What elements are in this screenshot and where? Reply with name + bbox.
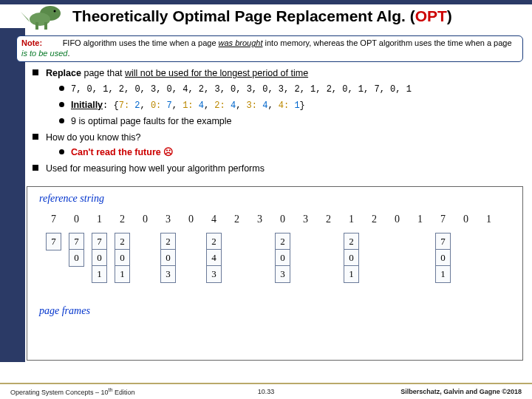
bullet-optimal: 9 is optimal page faults for the example: [59, 115, 520, 129]
frame-cell: 1: [436, 266, 450, 282]
frame-slot: 701: [432, 233, 454, 283]
ref-cell: 2: [363, 214, 386, 225]
frame-stack: 201: [115, 233, 130, 283]
bullet-refstring: 7, 0, 1, 2, 0, 3, 0, 4, 2, 3, 0, 3, 0, 3…: [59, 82, 520, 96]
footer-left-a: Operating System Concepts – 10: [10, 389, 109, 396]
frame-cell: 0: [161, 250, 175, 266]
frame-stack: 243: [206, 233, 222, 283]
footer-copy: ©: [502, 388, 507, 395]
initially-colon: :: [103, 100, 113, 111]
bullet-how-text: How do you know this?: [46, 132, 141, 143]
note-em-2: is to be used: [21, 49, 67, 58]
frame-slot: [294, 233, 317, 283]
frame-cell: 3: [207, 266, 221, 282]
initially-map: {7: 2, 0: 7, 1: 4, 2: 4, 3: 4, 4: 1}: [113, 100, 304, 111]
left-bar: [0, 28, 25, 362]
title-highlight: OPT: [415, 7, 447, 24]
page-frames-label: page frames: [39, 305, 90, 317]
frame-slot: 70: [65, 233, 88, 283]
ref-cell: 2: [225, 214, 248, 225]
frame-slot: [363, 233, 386, 283]
footer: Operating System Concepts – 10th Edition…: [0, 383, 532, 399]
ref-cell: 0: [180, 214, 202, 225]
refstring-inline: 7, 0, 1, 2, 0, 3, 0, 4, 2, 3, 0, 3, 0, 3…: [71, 84, 412, 95]
bullet-replace-underline: will not be used for the longest period …: [125, 68, 308, 78]
note-text-1: FIFO algorithm uses the time when a page: [63, 38, 219, 47]
ref-cell: 0: [271, 214, 294, 225]
initially-label: Initially: [71, 100, 103, 110]
bullet-replace: Replace page that will not be used for t…: [33, 66, 520, 129]
frame-slot: [134, 233, 157, 283]
bullet-replace-mid: page that: [81, 68, 125, 78]
note-em-1: was brought: [219, 38, 263, 47]
frame-cell: 7: [436, 233, 450, 250]
bullet-used: Used for measuring how well your algorit…: [33, 162, 520, 176]
diagram-box: reference string 70120304230321201701 77…: [27, 186, 523, 361]
frame-cell: 7: [69, 233, 83, 250]
bullet-initially: Initially: {7: 2, 0: 7, 1: 4, 2: 4, 3: 4…: [59, 98, 520, 112]
content: Replace page that will not be used for t…: [33, 66, 520, 178]
frame-cell: 2: [276, 233, 290, 250]
frame-cell: 2: [161, 233, 175, 250]
ref-cell: 3: [157, 214, 180, 225]
frame-cell: 1: [344, 266, 358, 282]
ref-cell: 0: [386, 214, 409, 225]
ref-cell: 2: [111, 214, 134, 225]
frame-cell: 0: [276, 250, 290, 266]
title-main: Theoretically Optimal Page Replacement A…: [72, 7, 415, 24]
ref-cell: 4: [202, 214, 225, 225]
frame-slot: 243: [202, 233, 225, 283]
ref-cell: 3: [248, 214, 271, 225]
frame-slot: 7: [42, 233, 65, 283]
frame-slot: [248, 233, 271, 283]
frame-stack: 701: [92, 233, 107, 283]
slide: Theoretically Optimal Page Replacement A…: [0, 0, 532, 399]
ref-cell: 1: [477, 214, 500, 225]
ref-cell: 1: [88, 214, 111, 225]
frame-slot: 203: [271, 233, 294, 283]
frame-cell: 1: [92, 266, 106, 282]
frame-slot: [477, 233, 500, 283]
frame-cell: 0: [115, 250, 129, 266]
svg-point-4: [54, 10, 56, 13]
frame-cell: 0: [92, 250, 106, 266]
footer-left: Operating System Concepts – 10th Edition: [10, 387, 134, 396]
title-tail: ): [447, 7, 452, 24]
frame-slot: [454, 233, 477, 283]
frame-stack: 201: [344, 233, 359, 283]
frame-cell: 7: [47, 233, 61, 250]
frame-stack: 203: [160, 233, 176, 283]
ref-cell: 0: [65, 214, 88, 225]
frame-cell: 1: [115, 266, 129, 282]
ref-cell: 0: [134, 214, 157, 225]
frame-stack: 203: [275, 233, 290, 283]
frame-stack: 7: [46, 233, 61, 250]
ref-cell: 2: [317, 214, 340, 225]
footer-right: Silberschatz, Galvin and Gagne ©2018: [400, 388, 522, 395]
footer-center: 10.33: [258, 388, 275, 395]
frame-cell: 0: [436, 250, 450, 266]
frame-stack: 701: [435, 233, 451, 283]
frame-cell: 7: [92, 233, 106, 250]
ref-cell: 3: [294, 214, 317, 225]
ref-cell: 1: [340, 214, 363, 225]
frame-cell: 2: [115, 233, 129, 250]
frame-slot: [317, 233, 340, 283]
note-text-3: .: [67, 49, 69, 58]
frame-cell: 3: [276, 266, 290, 282]
note-label: Note:: [21, 38, 42, 47]
note-text-2: into memory, whereas the OPT algorithm u…: [263, 38, 512, 47]
dinosaur-icon: [18, 0, 66, 33]
bullet-how: How do you know this? Can't read the fut…: [33, 131, 520, 160]
bullet-replace-word: Replace: [46, 68, 81, 78]
frame-stack: 70: [69, 233, 84, 267]
slide-title: Theoretically Optimal Page Replacement A…: [72, 7, 452, 25]
reference-string-label: reference string: [39, 193, 104, 205]
reference-string-row: 70120304230321201701: [42, 214, 515, 225]
footer-right-b: 2018: [507, 388, 522, 395]
frame-cell: 0: [344, 250, 358, 266]
ref-cell: 1: [409, 214, 432, 225]
bullet-cant-read: Can't read the future ☹: [59, 146, 520, 160]
frame-cell: 2: [207, 233, 221, 250]
svg-rect-2: [35, 22, 38, 30]
